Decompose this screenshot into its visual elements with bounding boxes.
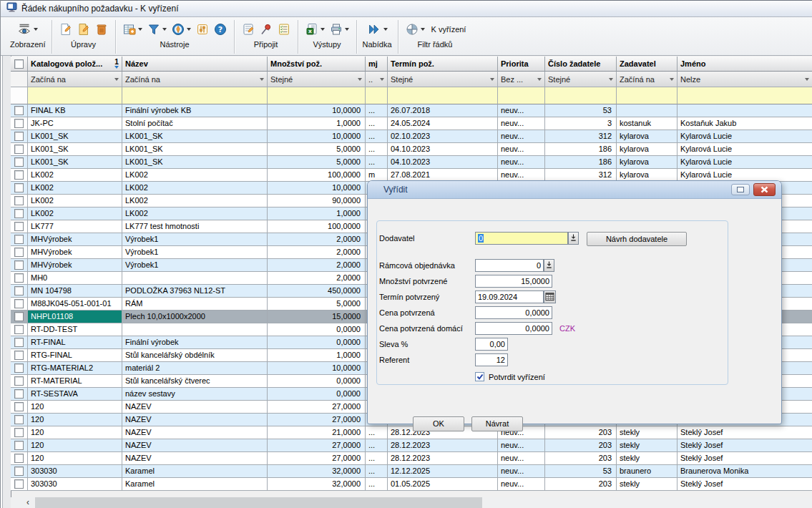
chevron-down-icon[interactable] [138,28,142,31]
row-checkbox[interactable] [14,119,24,128]
filter-value-cislo[interactable] [545,87,617,104]
row-checkbox[interactable] [14,479,24,489]
tasks-button[interactable] [276,22,292,36]
row-checkbox[interactable] [14,376,24,386]
navrat-button[interactable]: Návrat [471,416,523,431]
row-checkbox[interactable] [14,157,24,167]
row-checkbox[interactable] [14,132,24,141]
row-checkbox[interactable] [14,183,24,192]
restore-button[interactable] [731,184,750,195]
chevron-down-icon[interactable] [383,28,388,31]
column-header-name[interactable]: Název [122,57,268,72]
row-checkbox[interactable] [14,338,24,347]
ramcova-lookup-button[interactable] [544,259,554,272]
ok-button[interactable]: OK [413,416,464,431]
row-checkbox[interactable] [14,170,24,180]
row-checkbox[interactable] [14,363,24,373]
chevron-down-icon[interactable] [162,28,167,31]
filter-value-catalog[interactable] [28,87,122,104]
window-titlebar[interactable]: Řádek nákupního požadavku - K vyřízení [1,0,812,17]
row-checkbox[interactable] [14,389,24,399]
dodavatel-input[interactable]: 0 [475,232,568,245]
row-checkbox[interactable] [14,273,24,283]
cena-input[interactable]: 0,0000 [475,306,552,319]
filter-op-jmeno[interactable]: Nelze [678,72,812,87]
column-header-termin[interactable]: Termín pož. [388,57,498,72]
table-row[interactable]: 303030Karamel32,0000...01.05.2025neuv...… [11,478,812,491]
filter-value-priorita[interactable] [498,87,545,104]
filter-button[interactable] [146,22,168,36]
chevron-down-icon[interactable] [345,28,349,31]
row-checkbox[interactable] [14,402,24,411]
row-filter-button[interactable] [404,22,426,36]
table-settings-button[interactable] [122,22,144,36]
mnozstvi-input[interactable]: 15,0000 [475,275,552,288]
filter-value-zadavatel[interactable] [617,87,678,104]
chevron-down-icon[interactable] [537,78,542,81]
filter-value-jmeno[interactable] [678,87,812,104]
filter-value-name[interactable] [122,87,268,104]
chevron-down-icon[interactable] [358,78,362,81]
table-row[interactable]: JK-PCStolní počítač1,0000...24.05.2024ne… [11,117,812,130]
chevron-down-icon[interactable] [421,28,425,31]
chevron-down-icon[interactable] [187,28,191,31]
row-checkbox[interactable] [14,235,24,244]
column-header-qty[interactable]: Množství pož. [268,57,366,72]
print-button[interactable] [328,22,351,36]
chevron-down-icon[interactable] [609,78,613,81]
column-header-priorita[interactable]: Priorita [498,57,545,72]
column-header-check[interactable] [11,57,28,72]
table-row[interactable]: FINAL KBFinální výrobek KB10,0000...26.0… [11,104,812,117]
row-checkbox[interactable] [14,299,24,308]
filter-op-catalog[interactable]: Začíná na [28,72,122,87]
filter-op-cislo[interactable]: Stejné [545,72,617,87]
row-checkbox[interactable] [14,467,24,476]
row-checkbox[interactable] [14,415,24,424]
pin-button[interactable] [258,22,274,36]
row-checkbox[interactable] [14,454,24,463]
termin-input[interactable]: 19.09.2024 [475,290,544,303]
table-row[interactable]: LK001_SKLK001_SK5,0000...04.10.2023neuv.… [11,143,812,156]
termin-calendar-button[interactable] [544,290,556,303]
horizontal-scrollbar[interactable]: ‹ [11,497,812,508]
ramcova-input[interactable]: 0 [475,259,544,272]
row-checkbox[interactable] [14,145,24,154]
dodavatel-lookup-button[interactable] [568,232,579,245]
excel-export-button[interactable]: x [304,22,326,36]
navrh-dodavatele-button[interactable]: Návrh dodavatele [587,232,687,246]
column-header-zadavatel[interactable]: Zadavatel [617,57,678,72]
filter-op-mj[interactable]: .. [366,72,388,87]
dialog-titlebar[interactable]: Vyřídit [368,181,781,199]
row-checkbox[interactable] [14,222,24,231]
filter-op-priorita[interactable]: Bez ... [498,72,545,87]
column-header-catalog[interactable]: Katalogová polož...1 [28,57,122,72]
referent-input[interactable]: 12 [475,353,508,366]
edit-button[interactable] [76,22,92,36]
row-checkbox[interactable] [14,428,24,437]
row-checkbox[interactable] [14,209,24,218]
row-checkbox[interactable] [14,106,24,115]
row-checkbox[interactable] [14,260,24,270]
chevron-down-icon[interactable] [380,78,384,81]
chevron-down-icon[interactable] [321,28,325,31]
filter-op-name[interactable]: Začíná na [122,72,268,87]
table-row[interactable]: 303030Karamel32,0000...12.12.2025neuv...… [11,465,812,478]
chevron-down-icon[interactable] [114,78,119,81]
row-checkbox[interactable] [14,248,24,257]
scroll-left-button[interactable]: ‹ [22,497,34,508]
select-all-checkbox[interactable] [14,59,24,69]
filter-value-termin[interactable] [388,87,498,104]
row-checkbox[interactable] [14,441,24,450]
table-row[interactable]: LK001_SKLK001_SK5,0000...04.10.2023neuv.… [11,156,812,169]
column-header-cislo[interactable]: Číslo žadatele [545,57,617,72]
chevron-down-icon[interactable] [670,78,674,81]
menu-button[interactable] [366,23,389,36]
scrollbar-thumb[interactable] [35,497,482,508]
delete-button[interactable] [94,22,109,36]
chevron-down-icon[interactable] [490,78,494,81]
options-button[interactable] [195,22,210,36]
column-header-mj[interactable]: mj [366,57,388,72]
filter-value-mj[interactable] [366,87,388,104]
attach-button[interactable] [240,22,256,36]
close-button[interactable] [753,183,776,196]
